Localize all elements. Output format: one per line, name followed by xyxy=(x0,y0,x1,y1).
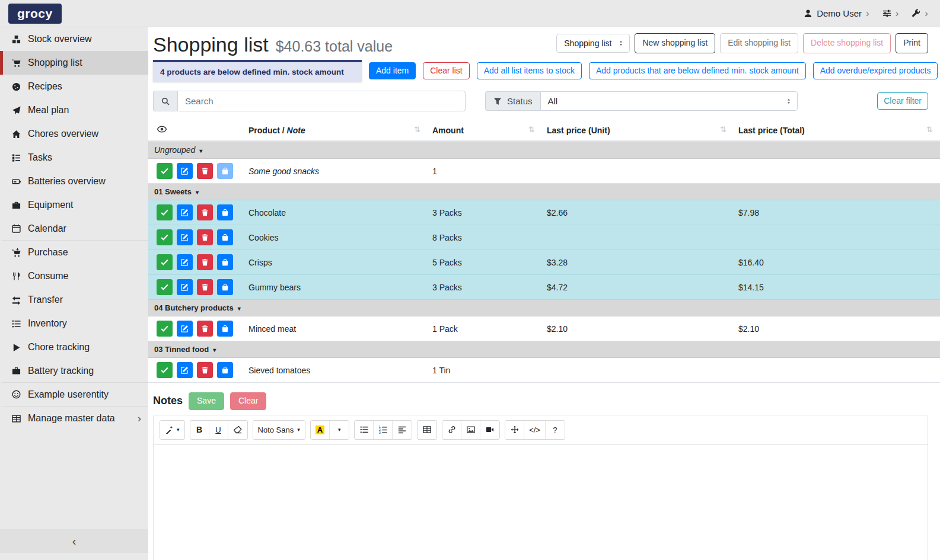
row-add-to-stock-button[interactable] xyxy=(217,229,233,245)
sidebar-item-shopping-list[interactable]: Shopping list xyxy=(0,51,148,75)
notes-editor-area[interactable] xyxy=(154,445,928,560)
sidebar-item-consume[interactable]: Consume xyxy=(0,264,148,288)
sidebar-item-meal-plan[interactable]: Meal plan xyxy=(0,98,148,122)
video-button[interactable] xyxy=(480,421,499,439)
row-delete-button[interactable] xyxy=(197,254,213,270)
add-overdue-button[interactable]: Add overdue/expired products xyxy=(813,62,938,80)
sidebar-item-battery-tracking[interactable]: Battery tracking xyxy=(0,359,148,383)
notes-editor: ▾BUNoto Sans▾A▾1.2.3.</>? xyxy=(153,415,928,560)
chevron-right-icon: › xyxy=(138,412,141,425)
clear-notes-button[interactable]: Clear xyxy=(230,392,266,410)
shopping-list-select[interactable]: Shopping list xyxy=(556,34,630,53)
row-done-button[interactable] xyxy=(157,279,173,295)
row-done-button[interactable] xyxy=(157,229,173,245)
caret-down-icon: ▾ xyxy=(338,427,341,433)
sidebar-item-tasks[interactable]: Tasks xyxy=(0,146,148,169)
row-edit-button[interactable] xyxy=(177,321,193,337)
row-done-button[interactable] xyxy=(157,163,173,179)
eraser-button[interactable] xyxy=(228,421,247,439)
add-item-button[interactable]: Add item xyxy=(369,62,416,80)
row-edit-button[interactable] xyxy=(177,254,193,270)
sidebar-item-batteries-overview[interactable]: Batteries overview xyxy=(0,169,148,193)
sidebar-item-transfer[interactable]: Transfer xyxy=(0,288,148,312)
group-row-04-butchery-products[interactable]: 04 Butchery products▾ xyxy=(148,300,940,316)
ol-button[interactable]: 1.2.3. xyxy=(374,421,393,439)
col-header-visibility[interactable] xyxy=(148,120,244,141)
clear-filter-button[interactable]: Clear filter xyxy=(877,92,928,110)
sidebar-item-calendar[interactable]: Calendar xyxy=(0,217,148,241)
sidebar-item-manage-master-data[interactable]: Manage master data› xyxy=(0,407,148,430)
clear-list-button[interactable]: Clear list xyxy=(423,62,469,80)
row-done-button[interactable] xyxy=(157,254,173,270)
admin-menu[interactable]: › xyxy=(912,8,928,18)
sidebar-item-chores-overview[interactable]: Chores overview xyxy=(0,122,148,146)
bold-button[interactable]: B xyxy=(190,421,209,439)
collapse-sidebar-button[interactable]: ‹ xyxy=(0,529,148,553)
col-header-amount[interactable]: Amount ⇅ xyxy=(428,120,542,141)
sidebar-item-inventory[interactable]: Inventory xyxy=(0,312,148,335)
search-input[interactable] xyxy=(177,91,466,111)
add-all-to-stock-button[interactable]: Add all list items to stock xyxy=(477,62,582,80)
row-add-to-stock-button[interactable] xyxy=(217,279,233,295)
add-below-min-stock-button[interactable]: Add products that are below defined min.… xyxy=(589,62,806,80)
row-done-button[interactable] xyxy=(157,362,173,378)
row-edit-button[interactable] xyxy=(177,229,193,245)
group-row-ungrouped[interactable]: Ungrouped▾ xyxy=(148,141,940,159)
amount-cell: 5 Packs xyxy=(428,250,542,275)
fontname-button[interactable]: Noto Sans▾ xyxy=(253,421,305,439)
row-add-to-stock-button[interactable] xyxy=(217,362,233,378)
trash-icon xyxy=(201,167,209,175)
settings-menu[interactable]: › xyxy=(882,8,899,18)
color-button[interactable]: A xyxy=(311,421,330,439)
col-header-product[interactable]: Product / Note ⇅ xyxy=(244,120,428,141)
sidebar-item-chore-tracking[interactable]: Chore tracking xyxy=(0,335,148,359)
row-delete-button[interactable] xyxy=(197,321,213,337)
row-add-to-stock-button[interactable] xyxy=(217,321,233,337)
magic-button[interactable]: ▾ xyxy=(160,421,184,439)
row-add-to-stock-button[interactable] xyxy=(217,254,233,270)
print-button[interactable]: Print xyxy=(896,33,928,53)
row-add-to-stock-button[interactable] xyxy=(217,204,233,220)
codeview-button[interactable]: </> xyxy=(524,421,546,439)
new-shopping-list-button[interactable]: New shopping list xyxy=(635,33,715,53)
row-done-button[interactable] xyxy=(157,321,173,337)
help-button[interactable]: ? xyxy=(546,421,565,439)
row-add-to-stock-button[interactable] xyxy=(217,163,233,179)
app-logo[interactable]: grocy xyxy=(8,4,62,24)
sidebar-item-equipment[interactable]: Equipment xyxy=(0,193,148,217)
row-delete-button[interactable] xyxy=(197,229,213,245)
row-delete-button[interactable] xyxy=(197,204,213,220)
row-delete-button[interactable] xyxy=(197,279,213,295)
col-header-last-price-total[interactable]: Last price (Total) ⇅ xyxy=(734,120,940,141)
row-edit-button[interactable] xyxy=(177,204,193,220)
color-caret-button[interactable]: ▾ xyxy=(330,421,349,439)
sidebar-item-purchase[interactable]: Purchase xyxy=(0,241,148,264)
row-delete-button[interactable] xyxy=(197,362,213,378)
row-done-button[interactable] xyxy=(157,204,173,220)
sidebar-item-example-userentity[interactable]: Example userentity xyxy=(0,383,148,407)
status-select[interactable]: All xyxy=(540,91,798,111)
underline-button[interactable]: U xyxy=(209,421,228,439)
link-button[interactable] xyxy=(442,421,461,439)
sidebar-item-stock-overview[interactable]: Stock overview xyxy=(0,27,148,51)
ul-button[interactable] xyxy=(355,421,374,439)
delete-shopping-list-button[interactable]: Delete shopping list xyxy=(803,33,891,53)
save-notes-button[interactable]: Save xyxy=(189,392,224,410)
row-edit-button[interactable] xyxy=(177,163,193,179)
group-row-03-tinned-food[interactable]: 03 Tinned food▾ xyxy=(148,341,940,358)
row-delete-button[interactable] xyxy=(197,163,213,179)
table-button[interactable] xyxy=(418,421,436,439)
user-menu[interactable]: Demo User › xyxy=(804,8,869,18)
col-header-last-price-unit[interactable]: Last price (Unit) ⇅ xyxy=(542,120,734,141)
sidebar-item-recipes[interactable]: Recipes xyxy=(0,75,148,98)
row-edit-button[interactable] xyxy=(177,279,193,295)
row-edit-button[interactable] xyxy=(177,362,193,378)
picture-button[interactable] xyxy=(461,421,480,439)
last-price-unit-cell xyxy=(542,358,734,383)
edit-shopping-list-button[interactable]: Edit shopping list xyxy=(720,33,798,53)
fullscreen-button[interactable] xyxy=(505,421,524,439)
shopping-list-table: Product / Note ⇅ Amount ⇅ Last price (Un… xyxy=(148,120,940,383)
group-row-01-sweets[interactable]: 01 Sweets▾ xyxy=(148,184,940,200)
paragraph-button[interactable] xyxy=(393,421,412,439)
svg-text:3.: 3. xyxy=(379,431,381,434)
